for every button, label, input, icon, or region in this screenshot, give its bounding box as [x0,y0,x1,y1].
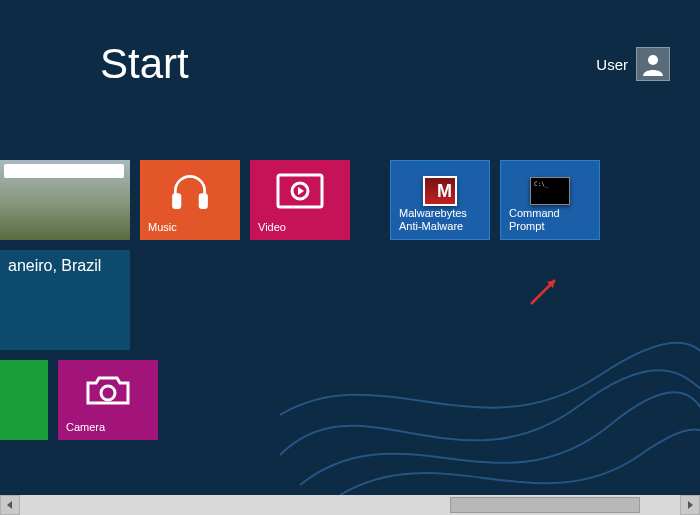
scroll-right-button[interactable] [680,495,700,515]
svg-point-0 [648,55,658,65]
tile-music[interactable]: Music [140,160,240,240]
svg-rect-1 [174,195,180,208]
tile-weather-brazil[interactable]: aneiro, Brazil [0,250,130,350]
user-account-button[interactable]: User [596,47,670,81]
horizontal-scrollbar[interactable] [0,495,700,515]
user-avatar-icon [636,47,670,81]
tile-malwarebytes[interactable]: M Malwarebytes Anti-Malware [390,160,490,240]
tile-label: Music [148,221,232,234]
start-header: Start User [100,40,670,88]
background-waves-icon [280,315,700,495]
scroll-thumb[interactable] [450,497,640,513]
headphones-icon [140,160,240,222]
tile-camera[interactable]: Camera [58,360,158,440]
user-name-label: User [596,56,628,73]
tile-green-app[interactable] [0,360,48,440]
tile-video[interactable]: Video [250,160,350,240]
tile-command-prompt[interactable]: Command Prompt [500,160,600,240]
scroll-left-button[interactable] [0,495,20,515]
page-title: Start [100,40,189,88]
svg-line-6 [531,280,555,304]
play-icon [250,160,350,222]
tile-bing-photo[interactable] [0,160,130,240]
tile-label: Command Prompt [509,207,591,233]
tile-label: aneiro, Brazil [8,256,122,275]
scroll-track[interactable] [20,495,680,515]
tile-label: Malwarebytes Anti-Malware [399,207,481,233]
camera-icon [58,360,158,422]
svg-point-5 [101,386,115,400]
tile-label: Camera [66,421,150,434]
annotation-arrow-icon [525,270,565,310]
search-bar-icon [4,164,124,178]
svg-rect-2 [200,195,206,208]
tile-label: Video [258,221,342,234]
